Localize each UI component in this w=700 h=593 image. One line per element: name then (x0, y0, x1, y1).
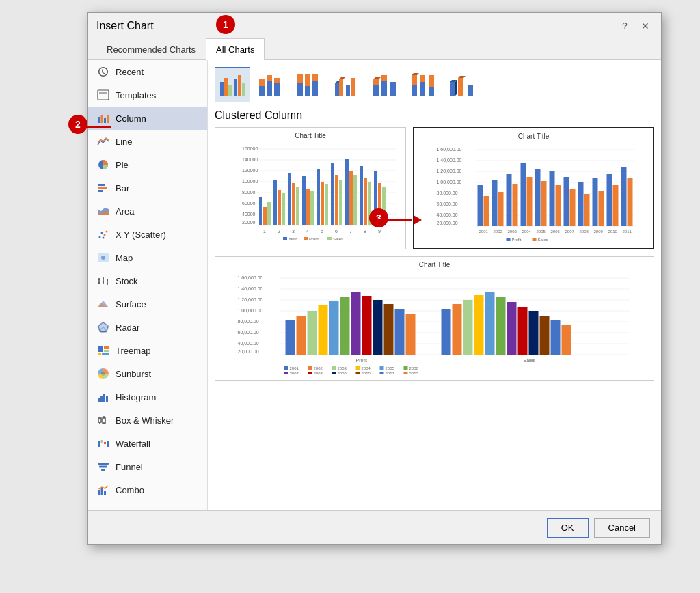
sidebar-label-histogram: Histogram (116, 392, 156, 402)
svg-text:20,000.00: 20,000.00 (238, 349, 259, 354)
svg-rect-34 (98, 353, 101, 355)
sidebar-item-bar[interactable]: Bar (88, 176, 207, 199)
svg-rect-240 (395, 309, 405, 355)
svg-rect-61 (228, 85, 232, 96)
svg-rect-233 (319, 305, 328, 355)
sidebar-item-treemap[interactable]: Treemap (88, 339, 207, 362)
svg-rect-81 (346, 85, 350, 96)
annotation-arrow-3 (375, 215, 422, 225)
svg-rect-135 (339, 180, 342, 225)
sidebar-label-sunburst: Sunburst (116, 369, 151, 379)
svg-rect-123 (282, 193, 285, 225)
cancel-button[interactable]: Cancel (594, 518, 650, 538)
sidebar-item-combo[interactable]: Combo (88, 478, 207, 501)
sidebar-item-scatter[interactable]: X Y (Scatter) (88, 223, 207, 246)
sidebar-item-sunburst[interactable]: Sunburst (88, 362, 207, 385)
chart-type-100-stacked-column[interactable] (291, 67, 327, 102)
svg-rect-83 (373, 85, 379, 96)
svg-text:40000: 40000 (242, 212, 256, 217)
svg-rect-239 (384, 304, 394, 355)
svg-rect-243 (442, 309, 451, 355)
sidebar-item-funnel[interactable]: Funnel (88, 455, 207, 478)
svg-rect-252 (540, 316, 550, 355)
svg-rect-194 (607, 174, 612, 226)
svg-point-15 (106, 231, 108, 233)
sidebar-item-stock[interactable]: Stock (88, 269, 207, 292)
svg-text:140000: 140000 (242, 157, 258, 162)
svg-text:Year: Year (288, 237, 297, 241)
svg-rect-184 (535, 169, 541, 226)
annotation-badge-1: 1 (216, 15, 235, 34)
tab-all-charts[interactable]: All Charts (206, 38, 265, 60)
chart-preview-3[interactable]: Chart Title 1,60,000.00 1,40,000.00 1,20… (215, 256, 654, 381)
sidebar-item-waterfall[interactable]: Waterfall (88, 432, 207, 455)
radar-icon (96, 320, 110, 334)
svg-rect-35 (102, 353, 109, 355)
svg-rect-125 (292, 183, 295, 225)
sidebar-item-radar[interactable]: Radar (88, 316, 207, 339)
svg-rect-185 (541, 181, 547, 226)
svg-point-18 (101, 256, 105, 260)
svg-rect-118 (259, 197, 262, 225)
svg-rect-177 (484, 196, 489, 226)
svg-rect-77 (335, 83, 339, 96)
svg-text:Sales: Sales (524, 358, 536, 363)
sidebar-item-area[interactable]: Area (88, 199, 207, 223)
svg-rect-269 (308, 372, 312, 374)
chart-type-3d-100-stacked-column[interactable] (406, 67, 442, 102)
svg-text:1,40,000.00: 1,40,000.00 (437, 158, 462, 163)
svg-rect-56 (98, 490, 100, 495)
sidebar-label-scatter: X Y (Scatter) (116, 230, 166, 240)
svg-text:1,20,000.00: 1,20,000.00 (437, 169, 462, 174)
sidebar-item-recent[interactable]: Recent (88, 60, 207, 83)
svg-text:2008: 2008 (580, 230, 589, 234)
svg-text:Profit: Profit (309, 237, 319, 241)
chart-type-clustered-column[interactable] (215, 67, 250, 102)
svg-rect-235 (340, 297, 350, 355)
svg-text:Profit: Profit (512, 238, 522, 242)
svg-text:2002: 2002 (494, 230, 503, 234)
svg-text:2001: 2001 (479, 230, 489, 234)
sidebar-item-surface[interactable]: Surface (88, 292, 207, 316)
bar-icon (96, 181, 110, 195)
box-whisker-icon (96, 413, 110, 427)
svg-rect-137 (349, 171, 353, 225)
svg-rect-246 (474, 295, 484, 355)
sidebar-label-box-whisker: Box & Whisker (116, 415, 174, 426)
svg-rect-69 (274, 83, 280, 96)
sidebar-item-pie[interactable]: Pie (88, 153, 207, 176)
svg-text:4: 4 (306, 229, 309, 234)
svg-text:160000: 160000 (242, 146, 258, 151)
sidebar-item-line[interactable]: Line (88, 130, 207, 153)
chart-type-3d-column[interactable] (444, 67, 480, 102)
chart-type-3d-stacked-column[interactable] (368, 67, 403, 102)
svg-rect-237 (362, 296, 372, 355)
sidebar-item-histogram[interactable]: Histogram (88, 385, 207, 409)
svg-rect-68 (267, 75, 272, 81)
chart-preview-1[interactable]: Chart Title 160000 140000 120000 100000 … (215, 127, 406, 249)
svg-text:2009: 2009 (338, 372, 347, 374)
chart-preview-2[interactable]: Chart Title 1,60,000.00 1,40,000.00 1,20… (413, 127, 654, 249)
tab-recommended-charts[interactable]: Recommended Charts (96, 38, 206, 60)
svg-text:2006: 2006 (551, 230, 561, 234)
svg-rect-254 (562, 325, 571, 355)
svg-rect-249 (507, 302, 517, 355)
svg-text:60,000.00: 60,000.00 (238, 330, 259, 335)
svg-text:3: 3 (292, 229, 295, 234)
svg-text:2003: 2003 (508, 230, 517, 234)
sidebar-label-treemap: Treemap (116, 346, 151, 356)
chart-type-stacked-column[interactable] (253, 67, 288, 102)
svg-rect-179 (498, 192, 504, 226)
svg-text:9: 9 (378, 229, 381, 234)
chart-type-3d-clustered-column[interactable] (329, 67, 365, 102)
sidebar-item-templates[interactable]: Templates (88, 83, 207, 107)
sidebar-label-funnel: Funnel (116, 462, 143, 472)
help-button[interactable]: ? (617, 18, 632, 33)
sidebar-item-box-whisker[interactable]: Box & Whisker (88, 409, 207, 432)
svg-rect-245 (463, 300, 473, 355)
ok-button[interactable]: OK (547, 518, 589, 538)
waterfall-icon (96, 437, 110, 450)
sidebar-item-map[interactable]: Map (88, 246, 207, 269)
close-button[interactable]: ✕ (638, 18, 653, 33)
svg-rect-39 (103, 394, 105, 402)
